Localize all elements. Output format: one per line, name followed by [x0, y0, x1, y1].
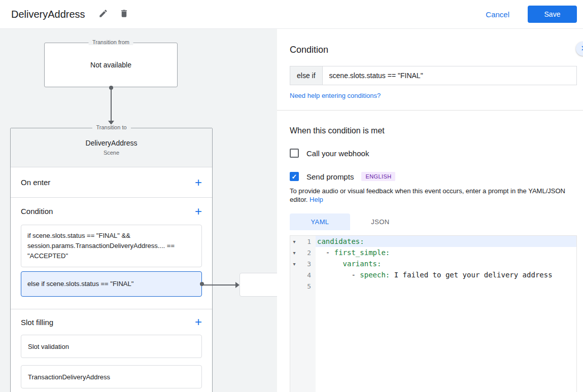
code-token-key: first_simple:	[334, 248, 390, 257]
slot-filling-label: Slot filling	[21, 318, 53, 327]
main-content: Transition from Not available Transition…	[0, 29, 583, 392]
language-badge: ENGLISH	[361, 172, 395, 181]
code-token-plain: -	[317, 248, 334, 257]
fold-toggle-icon[interactable]: ▾	[290, 250, 298, 256]
code-content[interactable]	[316, 280, 576, 292]
code-content[interactable]: - first_simple:	[316, 247, 576, 258]
condition-box-text: if scene.slots.status == "FINAL" && sess…	[27, 232, 175, 260]
line-number: 1	[298, 238, 316, 245]
add-on-enter-button[interactable]: +	[195, 177, 202, 188]
panel-title: Condition	[290, 45, 577, 55]
slot-filling-row: Slot filling +	[11, 309, 212, 335]
save-button[interactable]: Save	[528, 6, 577, 23]
code-token-plain: -	[317, 271, 360, 279]
scene-card: Transition to DeliveryAddress Scene On e…	[10, 128, 213, 392]
scene-diagram-canvas: Transition from Not available Transition…	[0, 29, 277, 392]
prompts-label: Send prompts	[306, 172, 354, 181]
prompts-option-row: ✓ Send prompts ENGLISH	[290, 172, 577, 181]
line-number: 3	[298, 260, 316, 268]
prompts-checkbox[interactable]: ✓	[290, 172, 299, 181]
slot-box[interactable]: TransactionDeliveryAddress	[21, 365, 202, 388]
cancel-button[interactable]: Cancel	[486, 10, 509, 19]
flow-connector-line	[111, 87, 112, 121]
condition-prefix: else if	[290, 66, 323, 85]
webhook-label: Call your webhook	[306, 149, 369, 158]
transition-from-label: Transition from	[88, 39, 133, 45]
transition-from-content: Not available	[90, 61, 131, 69]
condition-section-row: Condition +	[11, 198, 212, 225]
gutter: 4	[290, 269, 316, 280]
webhook-option-row: Call your webhook	[290, 149, 577, 158]
check-icon: ✓	[292, 173, 297, 181]
editor-filler[interactable]	[290, 292, 576, 392]
code-token-plain	[317, 260, 343, 268]
code-token-key: candidates:	[317, 237, 364, 245]
code-content[interactable]: candidates:	[316, 236, 576, 247]
help-link[interactable]: Help	[310, 196, 323, 203]
slot-box-list: Slot validationTransactionDeliveryAddres…	[11, 335, 212, 388]
gutter: ▾1	[290, 236, 316, 247]
code-content[interactable]	[316, 292, 576, 392]
tab-json[interactable]: JSON	[350, 213, 410, 230]
chevron-right-icon	[578, 44, 583, 54]
trash-icon	[119, 9, 129, 20]
gutter: 5	[290, 280, 316, 292]
condition-section-label: Condition	[21, 207, 53, 216]
code-line: 5	[290, 280, 576, 292]
condition-help-link[interactable]: Need help entering conditions?	[290, 92, 577, 99]
code-content[interactable]: variants:	[316, 258, 576, 269]
condition-box[interactable]: if scene.slots.status == "FINAL" && sess…	[21, 225, 202, 267]
code-line: ▾1candidates:	[290, 236, 576, 247]
prompts-description: To provide audio or visual feedback when…	[290, 187, 577, 204]
condition-expression-row: else if	[290, 66, 577, 85]
scene-type: Scene	[11, 150, 212, 156]
edit-title-button[interactable]	[95, 6, 111, 23]
on-enter-row: On enter +	[11, 167, 212, 197]
transition-to-label: Transition to	[92, 124, 130, 130]
condition-target-box[interactable]	[239, 273, 277, 297]
actions-group: Cancel Save	[486, 6, 577, 23]
pencil-icon	[98, 9, 108, 20]
transition-from-box[interactable]: Transition from Not available	[44, 43, 178, 87]
condition-expression-input[interactable]	[322, 66, 577, 85]
condition-connector-line	[203, 284, 236, 286]
condition-arrow-right-icon	[235, 282, 239, 288]
code-content[interactable]: - speech: I failed to get your delivery …	[316, 269, 576, 280]
add-slot-button[interactable]: +	[195, 317, 202, 327]
top-bar: DeliveryAddress Cancel Save	[0, 0, 583, 29]
fold-toggle-icon[interactable]: ▾	[290, 261, 298, 267]
gutter: ▾3	[290, 258, 316, 269]
condition-box-selected[interactable]: else if scene.slots.status == "FINAL"	[21, 271, 202, 297]
condition-box-text: else if scene.slots.status == "FINAL"	[27, 280, 133, 288]
code-line: ▾3 variants:	[290, 258, 576, 269]
delete-scene-button[interactable]	[116, 6, 132, 23]
panel-divider	[277, 110, 583, 111]
add-condition-button[interactable]: +	[195, 206, 202, 217]
code-line: ▾2 - first_simple:	[290, 247, 576, 258]
code-token-key: speech:	[360, 271, 390, 279]
tab-yaml[interactable]: YAML	[290, 213, 350, 230]
page-title: DeliveryAddress	[11, 9, 85, 20]
condition-editor-panel: Condition else if Need help entering con…	[277, 29, 583, 392]
webhook-checkbox[interactable]	[290, 149, 299, 158]
code-token-key: variants:	[343, 260, 382, 268]
code-lines: ▾1candidates:▾2 - first_simple:▾3 varian…	[290, 236, 576, 292]
slot-box[interactable]: Slot validation	[21, 335, 202, 358]
line-number: 5	[298, 282, 316, 290]
prompts-description-text: To provide audio or visual feedback when…	[290, 187, 565, 203]
on-enter-label: On enter	[21, 178, 50, 187]
gutter	[290, 292, 316, 392]
title-group: DeliveryAddress	[11, 6, 132, 23]
tab-bar: YAMLJSON	[290, 213, 577, 230]
gutter: ▾2	[290, 247, 316, 258]
line-number: 2	[298, 249, 316, 257]
code-line: 4 - speech: I failed to get your deliver…	[290, 269, 576, 280]
condition-box-list: if scene.slots.status == "FINAL" && sess…	[11, 225, 212, 297]
line-number: 4	[298, 271, 316, 279]
when-met-title: When this condition is met	[290, 126, 577, 135]
scene-card-header[interactable]: DeliveryAddress Scene	[11, 128, 212, 167]
fold-toggle-icon[interactable]: ▾	[290, 239, 298, 244]
scene-name: DeliveryAddress	[11, 139, 212, 147]
yaml-editor: ▾1candidates:▾2 - first_simple:▾3 varian…	[290, 235, 577, 392]
collapse-panel-button[interactable]	[576, 42, 583, 56]
